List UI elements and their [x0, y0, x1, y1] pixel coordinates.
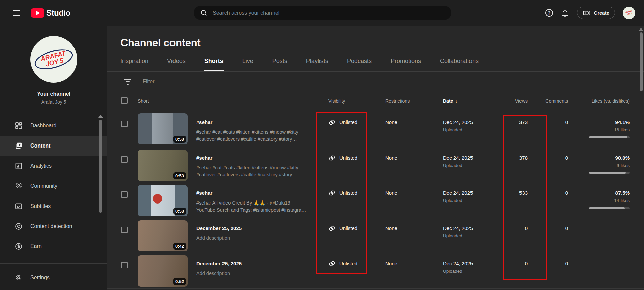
- date-cell: Dec 24, 2025 Uploaded: [433, 253, 494, 288]
- likes-cell: 94.1% 16 likes: [568, 110, 630, 148]
- restrictions-cell: None: [376, 218, 433, 253]
- video-title[interactable]: #sehar: [196, 190, 212, 196]
- youtube-play-icon: [31, 8, 44, 18]
- header-date[interactable]: Date ↓: [433, 98, 494, 104]
- sidebar-item-content[interactable]: Content: [0, 136, 107, 156]
- video-title[interactable]: #sehar: [196, 119, 212, 125]
- likes-cell: –: [568, 218, 630, 253]
- comments-cell: 0: [528, 110, 568, 148]
- filter-input[interactable]: Filter: [143, 79, 155, 85]
- video-thumbnail[interactable]: 0:52: [138, 255, 188, 287]
- main-scrollbar[interactable]: [640, 32, 643, 91]
- search-input[interactable]: [213, 10, 445, 16]
- visibility-label: Unlisted: [339, 155, 357, 161]
- table-row: 0:42 December 25, 2025 Add description U…: [107, 218, 644, 253]
- help-icon[interactable]: ?: [545, 9, 553, 17]
- table-row: 0:53 #sehar #sehar All video Credit By 🙏…: [107, 183, 644, 218]
- sidebar-item-community[interactable]: Community: [0, 176, 107, 196]
- tab-live[interactable]: Live: [242, 58, 253, 71]
- visibility-cell[interactable]: Unlisted: [318, 218, 376, 253]
- video-thumbnail[interactable]: 0:53: [138, 185, 188, 216]
- duration-badge: 0:42: [173, 243, 186, 250]
- content-tabs: Inspiration Videos Shorts Live Posts Pla…: [107, 58, 644, 72]
- tab-collaborations[interactable]: Collaborations: [440, 58, 479, 71]
- video-description: #sehar #cat #cats #kitten #kittens #meow…: [196, 164, 318, 178]
- row-checkbox[interactable]: [121, 156, 128, 163]
- sidebar-item-analytics[interactable]: Analytics: [0, 156, 107, 176]
- visibility-cell[interactable]: Unlisted: [318, 148, 376, 183]
- date-status: Uploaded: [443, 127, 494, 132]
- tab-posts[interactable]: Posts: [272, 58, 287, 71]
- sidebar-scrollbar[interactable]: [99, 120, 102, 213]
- tab-playlists[interactable]: Playlists: [306, 58, 328, 71]
- create-video-icon: [583, 9, 591, 17]
- add-description-placeholder[interactable]: Add description: [196, 270, 318, 277]
- add-description-placeholder[interactable]: Add description: [196, 235, 318, 242]
- hamburger-menu-icon[interactable]: [13, 10, 20, 16]
- sidebar-item-earn[interactable]: Earn: [0, 236, 107, 256]
- filter-icon[interactable]: [124, 79, 131, 85]
- sidebar-item-settings[interactable]: Settings: [0, 268, 107, 288]
- create-button[interactable]: Create: [577, 7, 615, 19]
- sidebar-item-subtitles[interactable]: Subtitles: [0, 196, 107, 216]
- date-cell: Dec 24, 2025 Uploaded: [433, 110, 494, 148]
- account-avatar[interactable]: ARAFATJOY 5: [623, 7, 635, 19]
- studio-logo-text: Studio: [46, 8, 70, 18]
- header-visibility[interactable]: Visibility: [318, 98, 376, 104]
- sidebar: ARAFATJOY 5 Your channel Arafat Joy 5 Da…: [0, 26, 107, 290]
- sidebar-item-send-feedback[interactable]: Send feedback: [0, 288, 107, 290]
- row-checkbox[interactable]: [121, 227, 128, 233]
- header-likes[interactable]: Likes (vs. dislikes): [568, 98, 630, 104]
- row-checkbox[interactable]: [121, 121, 128, 127]
- tab-podcasts[interactable]: Podcasts: [347, 58, 372, 71]
- select-all-checkbox[interactable]: [121, 97, 128, 104]
- date-cell: Dec 24, 2025 Uploaded: [433, 218, 494, 253]
- date-status: Uploaded: [443, 269, 494, 274]
- duration-badge: 0:53: [173, 208, 186, 215]
- visibility-cell[interactable]: Unlisted: [318, 253, 376, 288]
- sidebar-scroll-up-arrow[interactable]: [98, 115, 103, 118]
- youtube-studio-logo[interactable]: Studio: [31, 8, 70, 18]
- video-title[interactable]: December 25, 2025: [196, 260, 242, 266]
- sidebar-item-dashboard[interactable]: Dashboard: [0, 116, 107, 136]
- tab-inspiration[interactable]: Inspiration: [120, 58, 148, 71]
- video-title[interactable]: #sehar: [196, 155, 212, 161]
- tab-shorts[interactable]: Shorts: [204, 58, 224, 71]
- dollar-icon: [15, 242, 23, 250]
- header-views[interactable]: Views: [494, 98, 528, 104]
- tab-videos[interactable]: Videos: [167, 58, 186, 71]
- sidebar-divider: [0, 263, 107, 264]
- restrictions-cell: None: [376, 253, 433, 288]
- views-cell: 0: [494, 253, 528, 288]
- analytics-icon: [15, 162, 23, 170]
- duration-badge: 0:53: [173, 172, 186, 179]
- topbar-actions: ? Create ARAFATJOY 5: [545, 0, 635, 26]
- header-restrictions[interactable]: Restrictions: [376, 98, 433, 104]
- unlisted-link-icon: [328, 154, 336, 162]
- header-comments[interactable]: Comments: [528, 98, 568, 104]
- date-value: Dec 24, 2025: [443, 119, 494, 125]
- visibility-cell[interactable]: Unlisted: [318, 183, 376, 218]
- table-row: 0:53 #sehar #sehar #cat #cats #kitten #k…: [107, 148, 644, 183]
- video-thumbnail[interactable]: 0:42: [138, 220, 188, 251]
- community-icon: [15, 182, 23, 190]
- row-checkbox[interactable]: [121, 262, 128, 268]
- channel-avatar[interactable]: ARAFATJOY 5: [30, 36, 77, 83]
- video-title[interactable]: December 25, 2025: [196, 225, 242, 231]
- row-checkbox[interactable]: [121, 191, 128, 198]
- video-description: #sehar All video Credit By 🙏🙏 - @Dulu19Y…: [196, 199, 318, 214]
- sidebar-item-content-detection[interactable]: Content detection: [0, 216, 107, 236]
- like-percentage: –: [568, 260, 630, 266]
- visibility-cell[interactable]: Unlisted: [318, 110, 376, 148]
- filter-row: Filter: [107, 72, 644, 92]
- video-thumbnail[interactable]: 0:53: [138, 113, 188, 144]
- like-count: 16 likes: [568, 127, 630, 132]
- main-scroll-up-arrow[interactable]: [639, 28, 643, 31]
- notifications-bell-icon[interactable]: [561, 9, 569, 17]
- video-thumbnail[interactable]: 0:53: [138, 150, 188, 181]
- search-bar[interactable]: [194, 6, 451, 20]
- date-cell: Dec 24, 2025 Uploaded: [433, 148, 494, 183]
- tab-promotions[interactable]: Promotions: [391, 58, 421, 71]
- like-percentage: 87.5%: [568, 190, 630, 196]
- unlisted-link-icon: [328, 260, 336, 267]
